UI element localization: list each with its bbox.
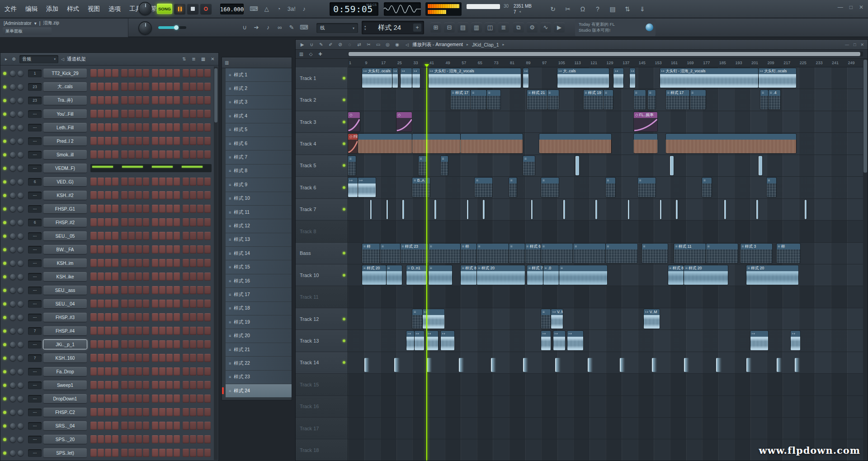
clip[interactable]: [471, 90, 486, 109]
step-cell[interactable]: [190, 367, 196, 376]
mixer-track-badge[interactable]: 1: [28, 70, 42, 77]
track-arm-led[interactable]: [343, 208, 345, 211]
step-cell[interactable]: [166, 408, 173, 416]
step-cell[interactable]: [183, 408, 189, 416]
volume-knob[interactable]: [18, 315, 24, 320]
clip[interactable]: [759, 156, 762, 175]
step-cell[interactable]: [128, 232, 135, 240]
step-cell[interactable]: [174, 395, 180, 403]
pattern-item[interactable]: ≡样式 2: [226, 82, 292, 95]
clip[interactable]: [567, 331, 583, 350]
step-cell[interactable]: [166, 69, 173, 77]
step-cell[interactable]: [136, 232, 142, 240]
step-cell[interactable]: [152, 300, 158, 308]
step-cell[interactable]: [174, 449, 180, 457]
step-cell[interactable]: [105, 313, 111, 321]
channel-button[interactable]: SRS.._04: [43, 421, 87, 430]
clip[interactable]: .0: [543, 265, 559, 285]
clip[interactable]: 大头钉..ocals: [759, 68, 797, 88]
loop-record-icon[interactable]: ♪: [301, 4, 308, 14]
step-cell[interactable]: [190, 422, 196, 430]
clip[interactable]: [684, 358, 689, 372]
step-cell[interactable]: [159, 449, 165, 457]
minimize-button[interactable]: —: [845, 42, 849, 47]
step-cell[interactable]: [197, 205, 203, 213]
step-cell[interactable]: [143, 151, 149, 159]
mixer-track-badge[interactable]: 7: [28, 327, 42, 335]
step-cell[interactable]: [105, 395, 111, 403]
step-cell[interactable]: [128, 178, 135, 186]
step-cell[interactable]: [152, 313, 158, 321]
step-cell[interactable]: [190, 69, 196, 77]
volume-knob[interactable]: [18, 111, 24, 117]
step-cell[interactable]: [105, 435, 111, 443]
step-cell[interactable]: [174, 83, 180, 91]
clip[interactable]: [706, 244, 738, 263]
step-cell[interactable]: [190, 286, 196, 294]
step-cell[interactable]: [159, 137, 165, 145]
step-cell[interactable]: [197, 259, 203, 267]
close-button[interactable]: ✕: [860, 42, 864, 47]
step-cell[interactable]: [166, 218, 173, 226]
step-cell[interactable]: [166, 123, 173, 132]
channel-button[interactable]: Fa..Drop: [43, 367, 87, 376]
channel-enable-led[interactable]: [3, 248, 6, 251]
step-cell[interactable]: [105, 327, 111, 335]
step-cell[interactable]: [121, 83, 127, 91]
note-preview[interactable]: [90, 164, 212, 172]
step-cell[interactable]: [204, 245, 211, 254]
step-cell[interactable]: [128, 245, 135, 254]
step-cell[interactable]: [121, 245, 127, 254]
step-cell[interactable]: [152, 191, 158, 199]
step-cell[interactable]: [159, 395, 165, 403]
volume-knob[interactable]: [18, 423, 24, 429]
clip[interactable]: [429, 244, 460, 263]
pattern-item[interactable]: ≡样式 14: [226, 247, 292, 260]
step-cell[interactable]: [190, 449, 196, 457]
step-cell[interactable]: [105, 178, 111, 186]
pattern-item[interactable]: ≡样式 11: [226, 206, 292, 219]
step-cell[interactable]: [112, 245, 118, 254]
step-cell[interactable]: [190, 408, 196, 416]
step-cell[interactable]: [197, 218, 203, 226]
step-cell[interactable]: [174, 313, 180, 321]
step-cell[interactable]: [174, 435, 180, 443]
step-cell[interactable]: [136, 395, 142, 403]
step-cell[interactable]: [105, 69, 111, 77]
clip[interactable]: [396, 112, 412, 132]
mixer-track-badge[interactable]: ---: [28, 192, 42, 199]
project-name[interactable]: 泪海.zip: [43, 20, 59, 26]
typing-keyboard-icon[interactable]: ⌨: [250, 4, 258, 14]
step-cell[interactable]: [190, 354, 196, 362]
step-cell[interactable]: [121, 232, 127, 240]
step-cell[interactable]: [136, 354, 142, 362]
clip[interactable]: Fil: [348, 134, 358, 153]
clip[interactable]: FL..频率: [634, 112, 657, 132]
step-cell[interactable]: [112, 178, 118, 186]
clip[interactable]: [630, 68, 635, 88]
step-cell[interactable]: [190, 300, 196, 308]
step-cell[interactable]: [98, 449, 104, 457]
step-cell[interactable]: [121, 286, 127, 294]
sync-icon[interactable]: ↻: [549, 4, 557, 14]
step-cell[interactable]: [136, 286, 142, 294]
plugin-view-icon[interactable]: ≣: [498, 23, 509, 33]
step-cell[interactable]: [159, 286, 165, 294]
step-cell[interactable]: [174, 245, 180, 254]
mixer-track-badge[interactable]: ---: [28, 341, 42, 348]
step-cell[interactable]: [204, 449, 211, 457]
clip[interactable]: [553, 331, 565, 350]
clip[interactable]: [547, 90, 559, 109]
step-cell[interactable]: [166, 422, 173, 430]
step-cell[interactable]: [166, 313, 173, 321]
clip[interactable]: [652, 358, 657, 372]
step-cell[interactable]: [98, 110, 104, 118]
step-cell[interactable]: [143, 178, 149, 186]
pan-knob[interactable]: [10, 84, 16, 90]
step-cell[interactable]: [159, 83, 165, 91]
mixer-view-icon[interactable]: ▥: [471, 23, 482, 33]
step-cell[interactable]: [166, 367, 173, 376]
mixer-track-badge[interactable]: ---: [28, 395, 42, 403]
step-cell[interactable]: [121, 205, 127, 213]
step-cell[interactable]: [128, 381, 135, 389]
